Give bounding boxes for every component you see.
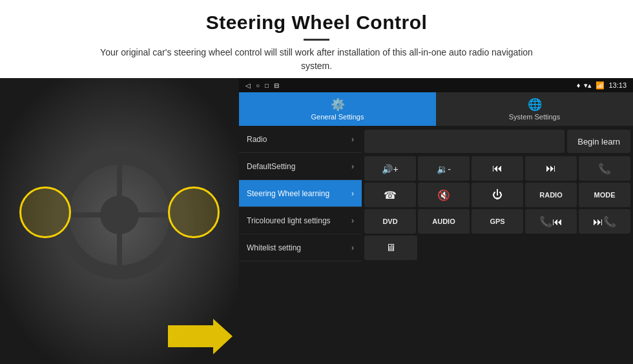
radio-label: RADIO	[539, 191, 562, 199]
menu-item-tricoloured[interactable]: Tricoloured light settings ›	[239, 207, 362, 234]
radio-empty-area	[364, 130, 565, 153]
gps-button[interactable]: GPS	[472, 209, 523, 234]
system-settings-icon: 🌐	[528, 97, 542, 112]
chevron-icon-radio: ›	[351, 135, 354, 144]
menu-item-defaultsetting[interactable]: DefaultSetting ›	[239, 153, 362, 180]
circle-overlay-right	[168, 187, 220, 238]
menu-defaultsetting-label: DefaultSetting	[247, 162, 295, 171]
chevron-icon-tri: ›	[351, 216, 354, 225]
general-settings-icon: ⚙️	[331, 97, 345, 112]
page-title: Steering Wheel Control	[39, 12, 594, 34]
begin-learn-button[interactable]: Begin learn	[567, 130, 630, 153]
tab-system-label: System Settings	[509, 113, 560, 121]
signal-icon: ▾▴	[584, 81, 592, 90]
power-icon: ⏻	[492, 189, 503, 201]
menu-radio-label: Radio	[247, 135, 267, 144]
control-grid-row2: ☎ 🔇 ⏻ RADIO MODE	[364, 183, 630, 207]
call-icon: 📞	[598, 163, 611, 175]
header-description: Your original car's steering wheel contr…	[90, 46, 543, 73]
menu-item-radio[interactable]: Radio ›	[239, 126, 362, 153]
audio-button[interactable]: AUDIO	[418, 209, 470, 234]
left-menu: Radio › DefaultSetting › Steering Wheel …	[239, 126, 362, 364]
tab-general-label: General Settings	[311, 113, 364, 121]
location-icon: ♦	[577, 81, 581, 89]
mute-button[interactable]: 🔇	[418, 183, 470, 207]
menu-swlearning-label: Steering Wheel learning	[247, 189, 329, 198]
vol-down-button[interactable]: 🔉-	[418, 156, 470, 181]
steering-wheel-image	[0, 78, 239, 364]
nav-home-icon[interactable]: ○	[256, 82, 260, 89]
title-divider	[304, 39, 329, 41]
tab-general-settings[interactable]: ⚙️ General Settings	[239, 92, 436, 126]
radio-row: Begin learn	[364, 128, 630, 154]
arrow-icon	[168, 319, 233, 354]
mute-icon: 🔇	[437, 189, 450, 201]
chevron-icon-white: ›	[351, 243, 354, 252]
radio-button[interactable]: RADIO	[525, 183, 577, 207]
vol-down-icon: 🔉-	[435, 159, 453, 177]
control-grid-row3: DVD AUDIO GPS 📞⏮ ⏭📞	[364, 209, 630, 234]
nav-buttons: ◁ ○ □ ⊟	[245, 82, 279, 89]
svg-text:🔉-: 🔉-	[437, 164, 451, 175]
tab-system-settings[interactable]: 🌐 System Settings	[436, 92, 633, 126]
next-call-button[interactable]: ⏭📞	[579, 209, 630, 234]
menu-item-swlearning[interactable]: Steering Wheel learning ›	[239, 180, 362, 207]
svg-marker-0	[168, 319, 233, 354]
screen-button[interactable]: 🖥	[364, 236, 417, 260]
main-content: ◁ ○ □ ⊟ ♦ ▾▴ 📶 13:13 ⚙️ General Settings	[0, 78, 633, 364]
right-controls: Begin learn 🔊+ 🔉-	[362, 126, 633, 364]
android-ui-panel: ◁ ○ □ ⊟ ♦ ▾▴ 📶 13:13 ⚙️ General Settings	[239, 78, 633, 364]
prev-icon: ⏮	[492, 163, 503, 174]
nav-square-icon[interactable]: □	[265, 82, 269, 89]
menu-control-area: Radio › DefaultSetting › Steering Wheel …	[239, 126, 633, 364]
audio-label: AUDIO	[432, 217, 455, 225]
time-display: 13:13	[608, 81, 627, 89]
chevron-icon-default: ›	[351, 162, 354, 171]
screen-icon: 🖥	[386, 242, 396, 254]
top-tabs: ⚙️ General Settings 🌐 System Settings	[239, 92, 633, 126]
call-prev-button[interactable]: 📞⏮	[525, 209, 577, 234]
menu-whitelist-label: Whitelist setting	[247, 243, 301, 252]
wifi-icon: 📶	[596, 81, 605, 90]
call-button[interactable]: 📞	[579, 156, 630, 181]
menu-item-whitelist[interactable]: Whitelist setting ›	[239, 234, 362, 261]
vol-up-icon: 🔊+	[381, 159, 399, 177]
status-bar: ◁ ○ □ ⊟ ♦ ▾▴ 📶 13:13	[239, 78, 633, 92]
gps-label: GPS	[490, 217, 504, 225]
dvd-button[interactable]: DVD	[364, 209, 416, 234]
menu-tricoloured-label: Tricoloured light settings	[247, 216, 331, 225]
nav-back-icon[interactable]: ◁	[245, 82, 251, 89]
answer-icon: ☎	[384, 189, 397, 201]
nav-menu-icon[interactable]: ⊟	[274, 82, 279, 89]
next-button[interactable]: ⏭	[525, 156, 577, 181]
status-right: ♦ ▾▴ 📶 13:13	[577, 81, 627, 90]
mode-button[interactable]: MODE	[579, 183, 630, 207]
empty-space	[419, 236, 630, 260]
control-grid-row1: 🔊+ 🔉- ⏮ ⏭	[364, 156, 630, 181]
mode-label: MODE	[594, 191, 616, 199]
sw-hub	[100, 196, 139, 234]
vol-up-button[interactable]: 🔊+	[364, 156, 416, 181]
sw-background	[0, 78, 239, 364]
call-prev-icon: 📞⏮	[539, 216, 563, 228]
circle-overlay-left	[19, 187, 71, 238]
svg-text:🔊+: 🔊+	[382, 164, 398, 175]
dvd-label: DVD	[382, 217, 397, 225]
power-button[interactable]: ⏻	[472, 183, 523, 207]
page: Steering Wheel Control Your original car…	[0, 0, 633, 364]
chevron-icon-sw: ›	[351, 189, 354, 198]
prev-button[interactable]: ⏮	[472, 156, 523, 181]
sw-outer-ring	[55, 150, 184, 279]
answer-button[interactable]: ☎	[364, 183, 416, 207]
control-grid-row4: 🖥	[364, 236, 630, 260]
next-call-icon: ⏭📞	[593, 216, 616, 228]
next-icon: ⏭	[546, 163, 556, 174]
header: Steering Wheel Control Your original car…	[0, 0, 633, 78]
